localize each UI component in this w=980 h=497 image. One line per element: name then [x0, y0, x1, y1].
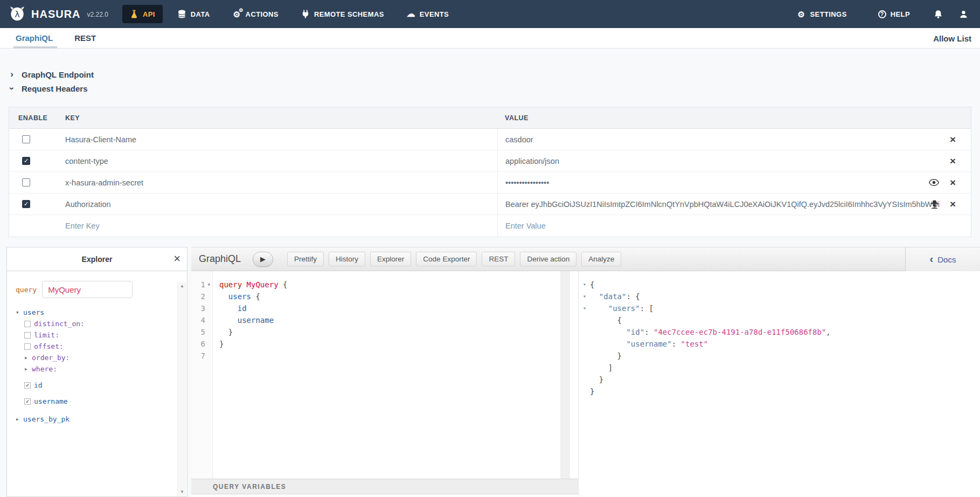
prettify-button[interactable]: Prettify — [287, 252, 324, 266]
nav-item-label: REMOTE SCHEMAS — [314, 10, 384, 18]
request-headers-table: ENABLE KEY VALUE Hasura-Client-Name casd… — [9, 107, 971, 237]
tab-allow-list[interactable]: Allow List — [933, 28, 971, 49]
response-line: } — [581, 350, 980, 362]
field-checkbox[interactable] — [24, 343, 31, 350]
code-line: 6 } — [191, 338, 578, 350]
tree-item-limit[interactable]: limit: — [24, 329, 178, 341]
explorer-scrollbar[interactable]: ▲ ▼ — [177, 282, 186, 496]
enable-checkbox[interactable] — [22, 178, 30, 187]
nav-item-label: SETTINGS — [810, 10, 847, 18]
field-checkbox-checked[interactable]: ✓ — [24, 398, 31, 405]
fold-triangle-icon[interactable]: ▾ — [581, 302, 588, 314]
remove-header-icon[interactable]: × — [950, 199, 956, 209]
section-title: Request Headers — [22, 84, 88, 93]
derive-action-button[interactable]: Derive action — [520, 252, 576, 266]
field-checkbox[interactable] — [24, 321, 31, 327]
enable-checkbox[interactable]: ✓ — [22, 200, 30, 208]
table-row: ✓ Authorization Bearer eyJhbGciOiJSUzI1N… — [9, 194, 971, 215]
code-exporter-button[interactable]: Code Exporter — [416, 252, 477, 266]
header-value[interactable]: application/json — [497, 150, 971, 171]
graphql-endpoint-toggle[interactable]: › GraphQL Endpoint — [9, 68, 94, 80]
request-headers-toggle[interactable]: › Request Headers — [9, 82, 88, 94]
nav-item-actions[interactable]: ⚙ ⚙ ACTIONS — [225, 5, 286, 23]
editor-scrollbar[interactable] — [560, 271, 570, 479]
header-key[interactable]: Hasura-Client-Name — [57, 135, 497, 144]
chevron-right-icon: › — [9, 69, 15, 80]
enable-checkbox[interactable] — [22, 135, 30, 143]
remove-header-icon[interactable]: × — [950, 134, 956, 144]
nav-item-data[interactable]: DATA — [170, 5, 218, 23]
docs-label: Docs — [937, 255, 956, 264]
response-line: ▾ "users": [ — [581, 302, 980, 314]
editor-code[interactable]: 1 ▾ query MyQuery { 2 users { 3 id 4 use… — [191, 271, 578, 479]
remove-header-icon[interactable]: × — [950, 177, 956, 188]
query-editor[interactable]: 1 ▾ query MyQuery { 2 users { 3 id 4 use… — [191, 271, 578, 497]
fold-triangle-icon[interactable]: ▾ — [581, 279, 588, 291]
field-checkbox-checked[interactable]: ✓ — [24, 382, 31, 389]
tab-graphiql[interactable]: GraphiQL — [16, 28, 53, 49]
header-value[interactable]: casdoor — [497, 129, 971, 150]
nav-item-help[interactable]: ? HELP — [871, 5, 918, 23]
reveal-eye-icon[interactable] — [929, 179, 939, 186]
flask-icon — [130, 10, 138, 18]
scroll-up-icon[interactable]: ▲ — [178, 284, 186, 288]
nav-item-label: DATA — [191, 10, 210, 18]
scroll-down-icon[interactable]: ▼ — [178, 489, 186, 494]
tab-rest[interactable]: REST — [74, 28, 96, 49]
header-value-jwt[interactable]: Bearer eyJhbGciOiJSUzI1NiIsImtpZCI6ImNlc… — [497, 194, 971, 215]
table-row: ✓ content-type application/json × — [9, 150, 971, 172]
gear-icon: ⚙ — [797, 10, 806, 18]
tree-item-username[interactable]: ✓ username — [24, 396, 178, 407]
query-name-input[interactable] — [42, 281, 133, 298]
gears-icon: ⚙ ⚙ — [233, 10, 241, 18]
response-line: "username": "test" — [581, 338, 980, 350]
remove-header-icon[interactable]: × — [950, 156, 956, 166]
query-variables-toggle[interactable]: QUERY VARIABLES — [191, 479, 578, 494]
new-header-key-input[interactable] — [65, 222, 476, 230]
response-line: } — [581, 385, 980, 397]
execute-query-button[interactable]: ▶ — [253, 252, 273, 267]
history-button[interactable]: History — [329, 252, 365, 266]
nav-item-events[interactable]: ☁ EVENTS — [399, 5, 456, 23]
explorer-body: query ▾ users distinct_on: limit: — [7, 271, 187, 425]
nav-item-api[interactable]: API — [122, 5, 163, 23]
tree-item-users-by-pk[interactable]: ▸ users_by_pk — [16, 413, 178, 425]
explorer-titlebar: Explorer × — [7, 247, 187, 271]
tree-item-where[interactable]: ▸ where: — [24, 363, 178, 375]
nav-item-remote-schemas[interactable]: REMOTE SCHEMAS — [294, 5, 392, 23]
triangle-right-icon: ▸ — [24, 363, 32, 375]
explorer-title: Explorer — [82, 255, 113, 264]
notifications-bell-icon[interactable] — [934, 10, 943, 19]
close-icon[interactable]: × — [173, 252, 180, 266]
nav-item-settings[interactable]: ⚙ SETTINGS — [790, 5, 854, 23]
tree-item-order-by[interactable]: ▸ order_by: — [24, 352, 178, 363]
code-line: 2 users { — [191, 291, 578, 302]
tree-item-offset[interactable]: offset: — [24, 341, 178, 352]
header-key[interactable]: content-type — [57, 157, 497, 165]
enable-checkbox[interactable]: ✓ — [22, 157, 30, 165]
graphiql-explorer-panel: Explorer × query ▾ users distinct_on: l — [6, 247, 187, 497]
header-key[interactable]: x-hasura-admin-secret — [57, 178, 497, 187]
header-key[interactable]: Authorization — [57, 200, 497, 209]
response-line: ] — [581, 362, 980, 374]
header-value-masked[interactable]: •••••••••••••••• — [497, 172, 971, 193]
nav-right: ⚙ SETTINGS ? HELP — [790, 5, 969, 23]
response-line: } — [581, 374, 980, 385]
hasura-logo-icon[interactable]: λ — [8, 4, 27, 24]
tree-item-distinct-on[interactable]: distinct_on: — [24, 318, 178, 329]
field-checkbox[interactable] — [24, 332, 31, 339]
analyze-button[interactable]: Analyze — [581, 252, 621, 266]
fold-triangle-icon[interactable]: ▾ — [205, 279, 213, 291]
play-icon: ▶ — [260, 255, 266, 263]
rest-button[interactable]: REST — [482, 252, 515, 266]
column-enable: ENABLE — [9, 114, 57, 122]
jwt-analyzer-spy-icon[interactable] — [930, 199, 939, 209]
version-label: v2.22.0 — [87, 11, 108, 18]
user-avatar-icon[interactable] — [959, 10, 968, 19]
explorer-button[interactable]: Explorer — [370, 252, 411, 266]
fold-triangle-icon[interactable]: ▾ — [581, 291, 588, 302]
tree-item-users[interactable]: ▾ users — [16, 307, 178, 318]
new-header-value-input[interactable] — [505, 222, 894, 230]
docs-toggle[interactable]: ‹ Docs — [905, 247, 980, 271]
tree-item-id[interactable]: ✓ id — [24, 379, 178, 391]
